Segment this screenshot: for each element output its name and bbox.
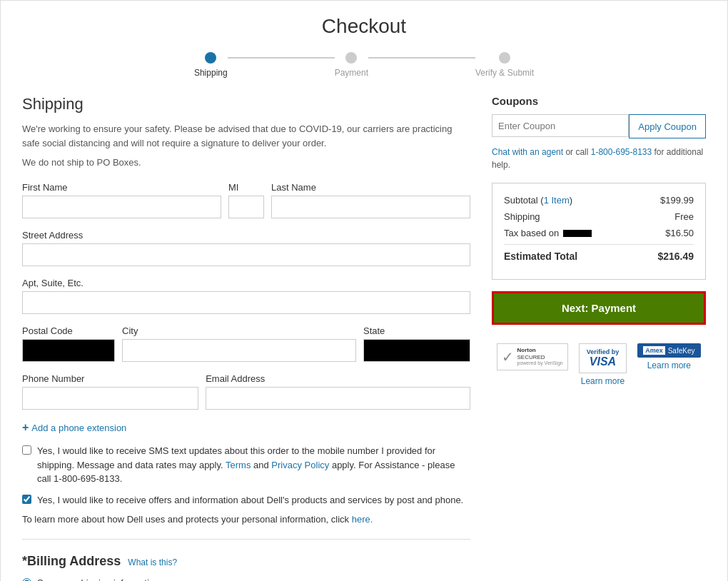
- plus-icon: +: [22, 421, 29, 434]
- safekey-badge-img: Amex SafeKey: [637, 343, 700, 358]
- norton-badge-img: ✓ Norton SECURED powered by VeriSign: [497, 343, 567, 370]
- apt-label: Apt, Suite, Etc.: [22, 278, 470, 288]
- security-badges: ✓ Norton SECURED powered by VeriSign Ver…: [492, 336, 706, 393]
- mi-input[interactable]: [228, 196, 264, 218]
- city-label: City: [122, 325, 356, 336]
- step-verify: Verify & Submit: [475, 52, 534, 78]
- billing-same-radio[interactable]: [22, 578, 31, 581]
- sms-checkbox-row: Yes, I would like to receive SMS text up…: [22, 444, 470, 486]
- apt-group: Apt, Suite, Etc.: [22, 278, 470, 314]
- name-row: First Name MI Last Name: [22, 182, 470, 218]
- email-group: Email Address: [206, 373, 470, 410]
- here-link[interactable]: here.: [352, 514, 373, 525]
- step-shipping: Shipping: [194, 52, 228, 78]
- tax-label-text: Tax based on: [504, 228, 559, 238]
- street-label: Street Address: [22, 230, 470, 241]
- connector-2: [368, 57, 475, 59]
- total-row: Estimated Total $216.49: [504, 244, 694, 262]
- progress-bar: Shipping Payment Verify & Submit: [22, 52, 706, 78]
- phone-link[interactable]: 1-800-695-8133: [591, 147, 652, 157]
- last-name-group: Last Name: [271, 182, 470, 218]
- step-dot-verify: [499, 52, 510, 64]
- coupon-row: Apply Coupon: [492, 114, 706, 138]
- phone-label: Phone Number: [22, 373, 198, 384]
- visa-badge-img: Verified by VISA: [579, 343, 627, 373]
- city-group: City: [122, 325, 356, 362]
- what-is-this-link[interactable]: What is this?: [128, 557, 177, 567]
- subtotal-value: $199.99: [660, 195, 694, 206]
- tax-value: $16.50: [665, 228, 694, 238]
- last-name-label: Last Name: [271, 182, 470, 193]
- step-dot-shipping: [205, 52, 216, 64]
- shipping-title: Shipping: [22, 95, 470, 113]
- coupon-input[interactable]: [492, 114, 629, 137]
- coupons-title: Coupons: [492, 95, 706, 107]
- postal-group: Postal Code: [22, 325, 115, 362]
- tax-row: Tax based on $16.50: [504, 228, 694, 238]
- total-label: Estimated Total: [504, 251, 577, 262]
- offers-label: Yes, I would like to receive offers and …: [37, 493, 463, 507]
- covid-notice: We're working to ensure your safety. Ple…: [22, 122, 470, 150]
- add-extension-link[interactable]: + Add a phone extension: [22, 421, 470, 434]
- terms-link[interactable]: Terms: [226, 460, 251, 470]
- postal-input[interactable]: [22, 339, 115, 362]
- subtotal-row: Subtotal (1 Item) $199.99: [504, 195, 694, 206]
- next-payment-button[interactable]: Next: Payment: [492, 291, 706, 325]
- step-label-payment: Payment: [335, 68, 368, 78]
- address-row: Postal Code City State: [22, 325, 470, 362]
- phone-input[interactable]: [22, 387, 198, 410]
- first-name-input[interactable]: [22, 196, 221, 218]
- apt-input[interactable]: [22, 291, 470, 314]
- step-dot-payment: [345, 52, 357, 64]
- norton-check-icon: ✓: [502, 348, 514, 365]
- subtotal-label: Subtotal (1 Item): [504, 195, 572, 206]
- step-payment: Payment: [335, 52, 368, 78]
- item-count-link[interactable]: 1 Item: [544, 195, 570, 206]
- privacy-link[interactable]: Privacy Policy: [271, 460, 329, 470]
- billing-header: *Billing Address What is this?: [22, 554, 470, 569]
- step-label-verify: Verify & Submit: [475, 68, 534, 78]
- shipping-row: Shipping Free: [504, 211, 694, 222]
- state-select[interactable]: [363, 339, 470, 362]
- visa-badge: Verified by VISA Learn more: [579, 343, 627, 386]
- connector-1: [228, 57, 335, 59]
- billing-radio-same: Same as shipping information: [22, 577, 470, 581]
- norton-badge: ✓ Norton SECURED powered by VeriSign: [497, 343, 567, 370]
- visa-learn-more[interactable]: Learn more: [581, 376, 625, 386]
- shipping-label: Shipping: [504, 211, 540, 222]
- offers-checkbox[interactable]: [22, 495, 31, 504]
- step-label-shipping: Shipping: [194, 68, 228, 78]
- contact-row: Phone Number Email Address: [22, 373, 470, 410]
- sms-checkbox[interactable]: [22, 445, 31, 455]
- phone-group: Phone Number: [22, 373, 198, 410]
- street-input[interactable]: [22, 243, 470, 266]
- sms-label: Yes, I would like to receive SMS text up…: [37, 444, 470, 486]
- street-row: Street Address: [22, 230, 470, 266]
- apply-coupon-button[interactable]: Apply Coupon: [629, 114, 706, 138]
- first-name-label: First Name: [22, 182, 221, 193]
- page-title: Checkout: [22, 15, 706, 38]
- safekey-badge: Amex SafeKey Learn more: [637, 343, 700, 370]
- email-input[interactable]: [206, 387, 470, 410]
- safekey-learn-more[interactable]: Learn more: [647, 360, 691, 370]
- city-input[interactable]: [122, 339, 356, 362]
- chat-agent-link[interactable]: Chat with an agent: [492, 147, 563, 157]
- first-name-group: First Name: [22, 182, 221, 218]
- privacy-text: To learn more about how Dell uses and pr…: [22, 514, 349, 525]
- apt-row: Apt, Suite, Etc.: [22, 278, 470, 314]
- last-name-input[interactable]: [271, 196, 470, 218]
- chat-help-text: Chat with an agent or call 1-800-695-813…: [492, 146, 706, 171]
- street-group: Street Address: [22, 230, 470, 266]
- billing-same-label: Same as shipping information: [37, 577, 159, 581]
- mi-group: MI: [228, 182, 264, 218]
- tax-bar: [563, 230, 592, 237]
- shipping-value: Free: [674, 211, 694, 222]
- mi-label: MI: [228, 182, 264, 193]
- postal-label: Postal Code: [22, 325, 115, 336]
- state-group: State: [363, 325, 470, 362]
- add-extension-label: Add a phone extension: [31, 423, 126, 433]
- email-label: Email Address: [206, 373, 470, 384]
- total-value: $216.49: [657, 251, 694, 262]
- offers-checkbox-row: Yes, I would like to receive offers and …: [22, 493, 470, 507]
- tax-label-wrapper: Tax based on: [504, 228, 592, 238]
